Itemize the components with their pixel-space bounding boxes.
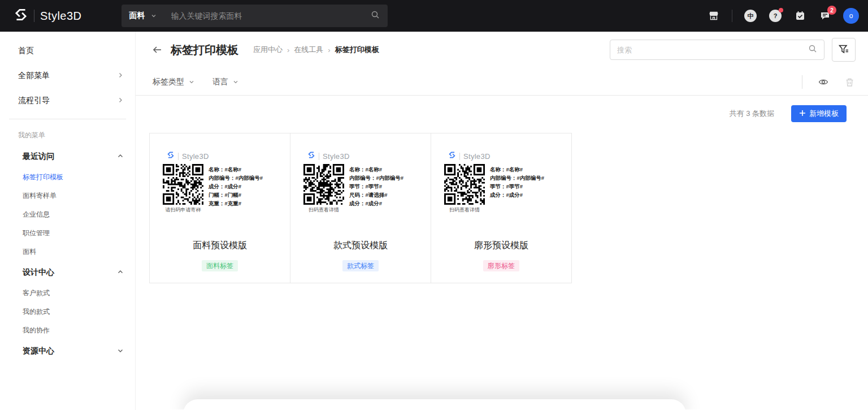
list-toolbar: 共有 3 条数据 新增模板: [136, 96, 868, 122]
sidebar-group-recent[interactable]: 最近访问: [0, 145, 135, 168]
chevron-up-icon: [117, 152, 124, 161]
card-field: 季节：#季节#: [490, 182, 544, 191]
card-brand-text: Style3D: [323, 152, 350, 161]
card-field: 内部编号：#内部编号#: [490, 174, 544, 182]
qr-caption: 请扫码申请寄样: [166, 206, 201, 214]
chat-badge: 2: [827, 6, 836, 15]
card-field: 季节：#季节#: [349, 182, 403, 191]
style3d-logo-icon: [448, 151, 456, 161]
card-field: 内部编号：#内部编号#: [349, 174, 403, 182]
list-search-input[interactable]: [617, 46, 808, 54]
sidebar-item-my-styles[interactable]: 我的款式: [0, 303, 135, 321]
qr-caption: 扫码查看详情: [449, 206, 480, 214]
sidebar-item-label-print-template[interactable]: 标签打印模板: [0, 168, 135, 187]
chevron-down-icon: [117, 347, 124, 356]
card-field: 克重：#克重#: [209, 199, 263, 208]
card-field: 名称：#名称#: [209, 165, 263, 174]
breadcrumb-current: 标签打印模板: [335, 45, 379, 55]
card-fields: 名称：#名称# 内部编号：#内部编号# 季节：#季节# 尺码：#请选择# 成分：…: [349, 165, 403, 208]
global-search-bar: 面料: [121, 5, 388, 27]
page-header: 标签打印模板 应用中心 › 在线工具 › 标签打印模板: [136, 32, 868, 96]
preview-eye-icon[interactable]: [818, 77, 828, 87]
breadcrumb-separator: ›: [287, 46, 289, 54]
global-search-input[interactable]: [171, 11, 371, 20]
sidebar-item-fabric-sample-order[interactable]: 面料寄样单: [0, 187, 135, 205]
main-area: 标签打印模板 应用中心 › 在线工具 › 标签打印模板: [136, 32, 868, 410]
search-icon[interactable]: [808, 44, 817, 55]
card-fields: 名称：#名称# 内部编号：#内部编号# 季节：#季节# 成分：#成分#: [490, 165, 544, 199]
breadcrumb-separator: ›: [328, 46, 330, 54]
record-count: 共有 3 条数据: [730, 109, 774, 119]
card-field: 内部编号：#内部编号#: [209, 174, 263, 182]
search-icon[interactable]: [371, 10, 380, 21]
template-card-list: Style3D 请扫码申请寄样 名称：#名称# 内部编号：#内部编号# 成分：#…: [149, 133, 868, 283]
card-brand-text: Style3D: [182, 152, 209, 161]
qr-code: [303, 164, 344, 205]
search-category-value: 面料: [129, 11, 145, 21]
style3d-logo-icon: [167, 151, 175, 161]
list-search-box: [610, 40, 824, 60]
filter-label-language[interactable]: 语言: [212, 77, 238, 87]
card-fields: 名称：#名称# 内部编号：#内部编号# 成分：#成分# 门幅：#门幅# 克重：#…: [209, 165, 263, 208]
breadcrumb-app-center[interactable]: 应用中心: [253, 45, 283, 55]
sidebar: 首页 全部菜单 流程引导 我的菜单 最近访问 标签打印模板 面料寄样单 企业信息…: [0, 32, 136, 410]
bottom-panel-shadow: [183, 399, 686, 409]
style3d-logo: Style3D: [14, 7, 82, 24]
toolbar-divider: [802, 75, 802, 89]
card-field: 尺码：#请选择#: [349, 191, 403, 199]
trash-icon[interactable]: [844, 77, 854, 87]
sidebar-item-process-guide[interactable]: 流程引导: [0, 88, 135, 113]
search-category-select[interactable]: 面料: [129, 11, 157, 21]
sidebar-item-enterprise-info[interactable]: 企业信息: [0, 205, 135, 224]
sidebar-item-my-collaboration[interactable]: 我的协作: [0, 321, 135, 340]
card-field: 成分：#成分#: [490, 191, 544, 199]
breadcrumb-online-tools[interactable]: 在线工具: [294, 45, 323, 55]
page-title: 标签打印模板: [171, 42, 238, 58]
card-style3d-logo: Style3D: [307, 151, 350, 161]
style3d-logo-icon: [14, 7, 28, 24]
new-template-button[interactable]: 新增模板: [791, 105, 847, 122]
template-card-fabric[interactable]: Style3D 请扫码申请寄样 名称：#名称# 内部编号：#内部编号# 成分：#…: [149, 133, 290, 283]
sidebar-group-resource-center[interactable]: 资源中心: [0, 340, 135, 362]
help-icon[interactable]: ?: [769, 9, 782, 23]
filter-button[interactable]: [832, 38, 856, 62]
sidebar-section-my-menu: 我的菜单: [0, 125, 135, 145]
sidebar-item-all-menu[interactable]: 全部菜单: [0, 63, 135, 88]
sidebar-item-position-management[interactable]: 职位管理: [0, 224, 135, 243]
card-tag-badge: 廓形标签: [483, 260, 519, 271]
template-card-style[interactable]: Style3D 扫码查看详情 名称：#名称# 内部编号：#内部编号# 季节：#季…: [290, 133, 431, 283]
card-tag-badge: 面料标签: [202, 260, 238, 271]
chevron-up-icon: [117, 268, 124, 277]
card-brand-text: Style3D: [463, 152, 491, 161]
card-field: 成分：#成分#: [209, 182, 263, 191]
logo-divider: [34, 10, 34, 22]
filter-label-type[interactable]: 标签类型: [153, 77, 194, 87]
logo-divider: [319, 153, 319, 160]
qr-code: [444, 164, 485, 205]
sidebar-group-design-center[interactable]: 设计中心: [0, 261, 135, 284]
language-icon[interactable]: 中: [744, 9, 757, 23]
sidebar-item-fabric[interactable]: 面料: [0, 243, 135, 261]
chat-icon[interactable]: 2: [818, 9, 832, 23]
qr-caption: 扫码查看详情: [309, 206, 339, 214]
chevron-down-icon: [151, 11, 157, 21]
sidebar-item-home[interactable]: 首页: [0, 38, 135, 63]
card-tag-badge: 款式标签: [342, 260, 379, 271]
shop-icon[interactable]: [707, 9, 721, 23]
chevron-down-icon: [189, 77, 194, 87]
card-title: 款式预设模版: [290, 240, 431, 252]
sidebar-item-customer-styles[interactable]: 客户款式: [0, 284, 135, 303]
logo-divider: [178, 153, 179, 160]
card-title: 廓形预设模版: [431, 240, 571, 252]
style3d-logo-icon: [307, 151, 315, 161]
back-button[interactable]: [151, 44, 163, 55]
template-card-silhouette[interactable]: Style3D 扫码查看详情 名称：#名称# 内部编号：#内部编号# 季节：#季…: [431, 133, 572, 283]
notification-dot: [779, 8, 783, 12]
funnel-icon: [838, 44, 849, 57]
qr-code: [163, 164, 203, 205]
card-field: 名称：#名称#: [490, 165, 544, 174]
avatar[interactable]: o: [843, 8, 859, 24]
card-field: 门幅：#门幅#: [209, 191, 263, 199]
calendar-icon[interactable]: [793, 9, 807, 23]
card-style3d-logo: Style3D: [167, 151, 209, 161]
